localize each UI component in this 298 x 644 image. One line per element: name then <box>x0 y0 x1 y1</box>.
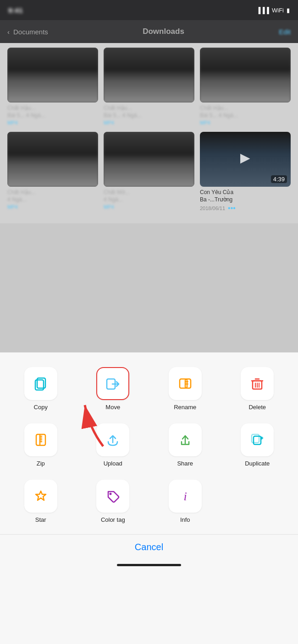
wifi-icon: WiFi <box>272 7 284 14</box>
file-meta: MP4 <box>7 204 18 210</box>
upload-icon-wrap <box>96 423 129 456</box>
action-duplicate[interactable]: Duplicate <box>221 418 294 474</box>
duplicate-icon-wrap <box>241 423 274 456</box>
info-icon: i <box>177 488 193 504</box>
signal-icon: ▐▐▐ <box>256 7 269 14</box>
file-name: Chất Hậu...Bài 5... 4 Ngà... <box>200 105 238 119</box>
info-label: Info <box>180 516 190 523</box>
share-icon <box>177 432 193 448</box>
move-label: Move <box>105 404 120 411</box>
file-grid: Chất Hậu...Bài 5... 4 Ngà... MP4 Chất Hậ… <box>0 43 298 223</box>
video-meta: 2018/06/11 ••• <box>200 204 236 212</box>
file-thumbnail <box>104 48 194 103</box>
delete-icon <box>249 375 265 392</box>
nav-title: Downloads <box>143 27 184 36</box>
share-label: Share <box>177 460 193 467</box>
color-tag-label: Color tag <box>101 516 125 523</box>
cancel-button[interactable]: Cancel <box>0 542 298 552</box>
top-section: 9:41 ▐▐▐ WiFi ▮ ‹ Documents Downloads Ed… <box>0 0 298 352</box>
svg-marker-26 <box>36 491 46 500</box>
grid-row-1: Chất Hậu...Bài 5... 4 Ngà... MP4 Chất Hậ… <box>7 48 291 125</box>
file-item[interactable]: Chất Mờ...4 Ngà... MP4 <box>104 132 194 212</box>
action-zip[interactable]: Zip <box>5 418 77 474</box>
file-name: Chất Hậu...Bài 5... 4 Ngà... <box>104 105 142 119</box>
zip-label: Zip <box>37 460 45 467</box>
file-meta: MP4 <box>104 120 114 125</box>
video-duration: 4:39 <box>271 175 287 183</box>
action-copy[interactable]: Copy <box>5 362 77 418</box>
home-indicator <box>0 557 298 573</box>
file-item[interactable]: Chất Hậu...Bài 5... 4 Ngà... MP4 <box>7 48 98 125</box>
file-item[interactable]: Chất Hậu...Bài 5... 4 Ngà... MP4 <box>200 48 291 125</box>
svg-rect-25 <box>252 434 259 443</box>
file-item[interactable]: Chất Hậu...Bài 5... 4 Ngà... MP4 <box>104 48 194 125</box>
action-move[interactable]: Move <box>77 362 149 418</box>
copy-icon-wrap <box>24 367 57 400</box>
star-label: Star <box>35 516 46 523</box>
rename-icon <box>177 375 193 392</box>
duplicate-label: Duplicate <box>245 460 270 467</box>
svg-text:i: i <box>183 490 187 503</box>
file-thumbnail <box>200 48 291 103</box>
status-time: 9:41 <box>8 6 23 14</box>
svg-point-27 <box>110 493 112 495</box>
star-icon <box>33 488 49 504</box>
action-delete[interactable]: Delete <box>221 362 294 418</box>
video-thumbnail: ▶ 4:39 <box>200 132 291 187</box>
upload-label: Upload <box>104 460 122 467</box>
file-thumbnail <box>7 132 98 187</box>
nav-edit-button[interactable]: Edit <box>279 28 291 36</box>
copy-label: Copy <box>34 404 48 411</box>
file-thumbnail <box>104 132 194 187</box>
nav-bar: ‹ Documents Downloads Edit <box>0 20 298 43</box>
video-date: 2018/06/11 <box>200 206 225 211</box>
nav-back-label: Documents <box>13 28 48 36</box>
action-info[interactable]: i Info <box>149 474 221 530</box>
share-icon-wrap <box>169 423 202 456</box>
nav-back[interactable]: ‹ Documents <box>7 28 48 36</box>
star-icon-wrap <box>24 480 57 513</box>
file-item[interactable]: Chất Hậu...4 Ngà... MP4 <box>7 132 98 212</box>
file-meta: MP4 <box>7 120 18 125</box>
action-sheet: Copy Move Rename <box>0 352 298 644</box>
home-bar <box>117 564 181 566</box>
move-icon-wrap <box>96 367 129 400</box>
copy-icon <box>33 375 49 392</box>
cancel-section: Cancel <box>0 534 298 557</box>
video-title: Con Yêu CủaBa -...Trường <box>200 189 233 203</box>
battery-icon: ▮ <box>287 7 290 14</box>
delete-icon-wrap <box>241 367 274 400</box>
status-icons: ▐▐▐ WiFi ▮ <box>256 7 290 14</box>
action-share[interactable]: Share <box>149 418 221 474</box>
file-thumbnail <box>7 48 98 103</box>
back-chevron-icon: ‹ <box>7 28 10 36</box>
rename-label: Rename <box>174 404 196 411</box>
delete-label: Delete <box>248 404 266 411</box>
svg-rect-22 <box>254 436 261 444</box>
info-icon-wrap: i <box>169 480 202 513</box>
action-color-tag[interactable]: Color tag <box>77 474 149 530</box>
file-meta: MP4 <box>104 204 114 210</box>
file-name: Chất Mờ...4 Ngà... <box>104 189 129 203</box>
status-bar: 9:41 ▐▐▐ WiFi ▮ <box>0 0 298 20</box>
action-star[interactable]: Star <box>5 474 77 530</box>
color-tag-icon <box>105 488 121 504</box>
file-name: Chất Hậu...4 Ngà... <box>7 189 35 203</box>
file-meta: MP4 <box>200 120 210 125</box>
video-file-item[interactable]: ▶ 4:39 Con Yêu CủaBa -...Trường 2018/06/… <box>200 132 291 212</box>
move-icon <box>105 375 121 392</box>
color-tag-icon-wrap <box>96 480 129 513</box>
upload-icon <box>105 432 121 448</box>
zip-icon-wrap <box>24 423 57 456</box>
grid-row-2: Chất Hậu...4 Ngà... MP4 Chất Mờ...4 Ngà.… <box>7 132 291 212</box>
file-name: Chất Hậu...Bài 5... 4 Ngà... <box>7 105 45 119</box>
play-icon: ▶ <box>240 150 250 165</box>
action-grid: Copy Move Rename <box>0 352 298 530</box>
zip-icon <box>33 432 49 448</box>
action-upload[interactable]: Upload <box>77 418 149 474</box>
more-options-icon[interactable]: ••• <box>228 204 236 212</box>
duplicate-icon <box>249 432 265 448</box>
rename-icon-wrap <box>169 367 202 400</box>
action-rename[interactable]: Rename <box>149 362 221 418</box>
